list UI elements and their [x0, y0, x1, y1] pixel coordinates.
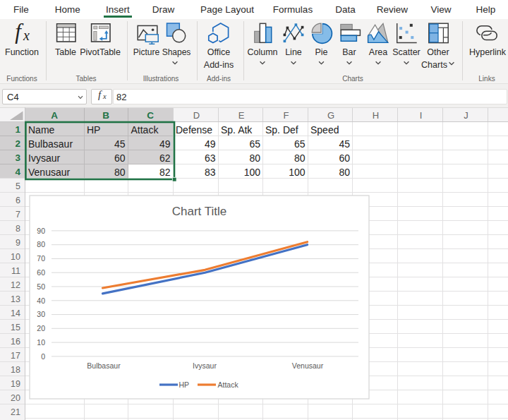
svg-text:F: F [284, 110, 289, 121]
svg-text:20: 20 [37, 324, 45, 332]
svg-text:Ivysaur: Ivysaur [28, 152, 60, 164]
svg-text:A: A [51, 110, 58, 121]
svg-text:H: H [373, 110, 379, 121]
svg-text:Attack: Attack [131, 124, 159, 136]
svg-text:10: 10 [11, 252, 20, 262]
svg-text:15: 15 [11, 323, 20, 332]
svg-text:45: 45 [339, 138, 350, 150]
svg-text:Charts: Charts [421, 60, 447, 70]
svg-text:62: 62 [159, 152, 171, 164]
svg-text:Table: Table [55, 47, 76, 57]
svg-text:63: 63 [205, 152, 216, 164]
svg-text:12: 12 [11, 280, 20, 290]
svg-text:60: 60 [114, 152, 126, 164]
svg-text:14: 14 [11, 308, 20, 318]
svg-text:Speed: Speed [310, 124, 339, 136]
svg-text:50: 50 [37, 282, 45, 291]
svg-text:Name: Name [28, 124, 55, 136]
svg-text:21: 21 [11, 407, 20, 417]
svg-text:Pie: Pie [315, 47, 327, 57]
svg-text:80: 80 [339, 167, 350, 178]
svg-text:Add-ins: Add-ins [204, 60, 234, 70]
svg-text:19: 19 [11, 379, 20, 389]
svg-text:20: 20 [11, 393, 20, 403]
svg-text:Function: Function [5, 47, 39, 57]
svg-text:60: 60 [37, 268, 45, 277]
svg-text:45: 45 [114, 138, 126, 150]
svg-text:1: 1 [15, 124, 20, 135]
svg-text:49: 49 [159, 138, 171, 150]
svg-text:65: 65 [294, 138, 306, 150]
svg-text:Links: Links [478, 75, 495, 83]
svg-text:I: I [420, 110, 423, 121]
svg-text:Line: Line [285, 47, 302, 57]
svg-text:HP: HP [87, 124, 100, 136]
svg-text:G: G [327, 110, 334, 121]
svg-text:Picture: Picture [133, 47, 160, 57]
svg-text:100: 100 [289, 167, 306, 178]
svg-text:Functions: Functions [6, 75, 37, 83]
svg-text:0: 0 [41, 352, 45, 361]
svg-text:80: 80 [294, 152, 306, 164]
svg-text:5: 5 [16, 181, 20, 191]
svg-text:80: 80 [114, 167, 126, 178]
svg-text:E: E [238, 110, 245, 121]
svg-text:30: 30 [37, 310, 45, 318]
svg-text:40: 40 [37, 296, 45, 305]
svg-text:Defense: Defense [176, 124, 212, 136]
svg-text:49: 49 [205, 138, 216, 150]
svg-text:82: 82 [159, 167, 171, 178]
svg-text:Sp. Def: Sp. Def [265, 124, 298, 136]
svg-text:Chart Title: Chart Title [172, 205, 226, 218]
svg-text:16: 16 [11, 337, 20, 347]
svg-text:D: D [193, 110, 200, 121]
svg-text:Hyperlink: Hyperlink [469, 47, 507, 57]
svg-text:4: 4 [15, 167, 20, 177]
svg-text:Attack: Attack [218, 380, 239, 389]
svg-text:13: 13 [11, 294, 20, 304]
svg-text:x: x [23, 28, 30, 43]
svg-text:65: 65 [249, 138, 260, 150]
svg-text:80: 80 [37, 240, 45, 248]
svg-text:Bulbasaur: Bulbasaur [87, 361, 121, 370]
svg-text:PivotTable: PivotTable [80, 47, 121, 57]
svg-text:Venusaur: Venusaur [292, 361, 324, 370]
svg-text:83: 83 [205, 167, 216, 178]
svg-text:Tables: Tables [76, 75, 97, 83]
svg-text:C: C [147, 110, 154, 121]
svg-text:Scatter: Scatter [392, 47, 421, 57]
svg-text:7: 7 [16, 210, 20, 220]
svg-text:60: 60 [339, 152, 350, 164]
svg-text:18: 18 [11, 365, 20, 375]
svg-text:8: 8 [16, 224, 20, 234]
svg-text:Venusaur: Venusaur [28, 167, 70, 178]
svg-text:10: 10 [37, 338, 45, 347]
svg-text:2: 2 [15, 138, 20, 149]
svg-text:Bar: Bar [342, 47, 356, 57]
svg-text:Charts: Charts [342, 75, 363, 83]
svg-text:Bulbasaur: Bulbasaur [28, 138, 73, 150]
svg-text:3: 3 [15, 152, 20, 163]
svg-text:Add-ins: Add-ins [207, 75, 231, 83]
svg-text:Shapes: Shapes [162, 47, 191, 57]
svg-text:Office: Office [207, 47, 230, 57]
svg-text:B: B [102, 110, 109, 121]
svg-text:Ivysaur: Ivysaur [193, 361, 217, 370]
svg-text:J: J [464, 110, 468, 121]
svg-text:90: 90 [37, 227, 45, 235]
svg-text:Sp. Atk: Sp. Atk [221, 124, 253, 136]
svg-text:100: 100 [244, 167, 261, 178]
svg-text:9: 9 [16, 238, 20, 248]
svg-text:11: 11 [11, 266, 20, 276]
svg-text:Column: Column [247, 47, 277, 57]
svg-text:17: 17 [11, 351, 20, 361]
svg-text:Area: Area [369, 47, 387, 57]
svg-text:6: 6 [16, 196, 20, 205]
svg-text:Other: Other [427, 47, 449, 57]
svg-text:70: 70 [37, 254, 45, 263]
svg-text:80: 80 [249, 152, 260, 164]
svg-text:Illustrations: Illustrations [143, 75, 179, 83]
svg-text:HP: HP [179, 380, 190, 389]
